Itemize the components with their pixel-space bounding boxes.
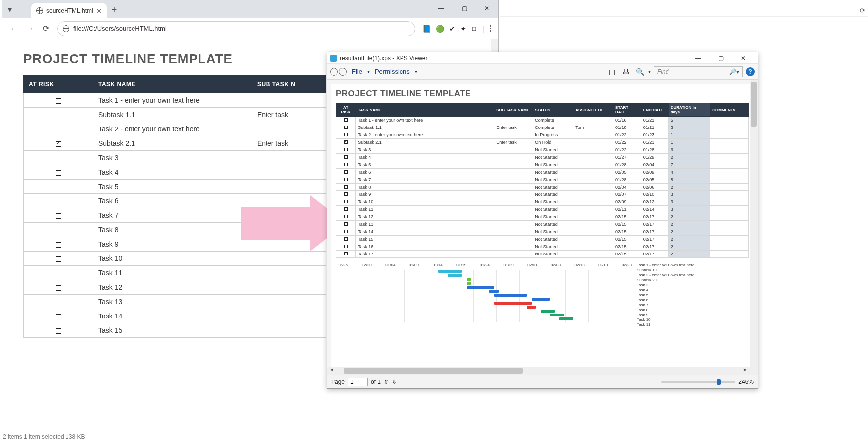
checkbox-icon[interactable] — [56, 213, 61, 219]
checkbox-icon[interactable] — [56, 127, 61, 132]
end-cell: 02/10 — [641, 191, 668, 198]
sub-task-cell — [494, 191, 533, 198]
checkbox-icon[interactable] — [56, 170, 61, 176]
maximize-button[interactable]: ▢ — [453, 0, 475, 16]
gantt-bar — [527, 306, 536, 309]
start-cell: 02/09 — [613, 198, 641, 206]
refresh-icon[interactable]: ⟳ — [860, 7, 865, 14]
comments-cell — [710, 176, 749, 184]
start-cell: 02/15 — [613, 213, 641, 221]
checkbox-icon[interactable] — [56, 314, 61, 319]
ext-icon[interactable]: 🟢 — [436, 25, 444, 33]
search-go-icon[interactable]: 🔎▾ — [729, 68, 739, 75]
gantt-bar — [494, 294, 527, 297]
page-down-icon[interactable]: ⇩ — [392, 379, 397, 385]
page-input[interactable] — [348, 378, 368, 386]
permissions-menu[interactable]: Permissions — [373, 67, 412, 76]
minimize-button[interactable]: — — [686, 50, 709, 66]
maximize-button[interactable]: ▢ — [709, 50, 732, 66]
zoom-slider[interactable] — [661, 381, 735, 383]
close-window-button[interactable]: ✕ — [732, 50, 755, 66]
zoom-icon[interactable]: 🔍 — [634, 66, 645, 77]
gantt-bar — [541, 310, 555, 313]
task-cell: Subtask 1.1 — [356, 124, 494, 131]
ext-icon[interactable]: 📘 — [422, 25, 431, 33]
start-cell: 01/28 — [613, 176, 641, 184]
print-icon[interactable]: 🖶 — [620, 66, 631, 77]
ext-icon[interactable]: ⯐ — [471, 25, 478, 33]
table-row: Task 12 — [24, 280, 326, 295]
checkbox-icon[interactable] — [56, 328, 61, 334]
checkbox-icon[interactable] — [56, 242, 61, 248]
sub-task-cell — [252, 151, 326, 165]
gantt-bar — [467, 286, 494, 289]
binoculars-icon[interactable] — [330, 68, 347, 76]
checkbox-icon[interactable] — [56, 156, 61, 161]
end-cell: 02/14 — [641, 206, 668, 213]
task-cell: Task 10 — [93, 252, 252, 266]
start-cell: 01/18 — [613, 124, 641, 131]
checkbox-icon[interactable] — [56, 300, 61, 305]
ext-icon[interactable]: ✦ — [460, 25, 466, 33]
comments-cell — [710, 139, 749, 146]
assigned-cell — [573, 139, 613, 146]
table-row: Task 5 — [24, 180, 326, 194]
page-up-icon[interactable]: ⇧ — [384, 379, 389, 385]
find-input[interactable]: Find 🔎▾ — [654, 66, 743, 77]
caret-down-icon[interactable]: ▾ — [367, 69, 370, 74]
kebab-menu-icon[interactable] — [490, 25, 491, 32]
tab-dropdown-icon[interactable]: ▾ — [5, 5, 14, 14]
task-cell: Task 6 — [93, 194, 252, 208]
ext-icon[interactable]: ✔ — [449, 25, 455, 33]
task-cell: Task 4 — [93, 165, 252, 180]
checkbox-icon[interactable] — [56, 185, 61, 190]
sub-task-cell — [494, 251, 533, 258]
help-icon[interactable]: ? — [746, 67, 755, 76]
sub-task-cell — [494, 117, 533, 124]
checkbox-icon[interactable] — [56, 113, 61, 118]
assigned-cell — [573, 243, 613, 251]
scroll-right-icon[interactable]: ► — [743, 367, 748, 372]
address-bar[interactable]: file:///C:/Users/sourceHTML.html — [57, 21, 415, 36]
minimize-button[interactable]: — — [430, 0, 453, 16]
new-tab-button[interactable]: + — [112, 5, 117, 15]
vertical-scrollbar[interactable] — [750, 80, 758, 375]
browser-tab[interactable]: sourceHTML.html ✕ — [31, 3, 107, 18]
start-cell: 01/16 — [613, 117, 641, 124]
table-row: Task 5Not Started01/2802/047 — [336, 161, 749, 169]
doc-title: PROJECT TIMELINE TEMPLATE — [336, 89, 749, 99]
checkbox-icon[interactable] — [56, 199, 61, 204]
assigned-cell — [573, 184, 613, 191]
horizontal-scrollbar[interactable]: ◄ ► — [327, 367, 750, 375]
caret-down-icon[interactable]: ▾ — [648, 69, 651, 74]
close-window-button[interactable]: ✕ — [475, 0, 498, 16]
checkbox-icon[interactable] — [56, 228, 61, 233]
gantt-axis: 12/2512/3001/0401/0901/1401/1901/2401/29… — [336, 263, 634, 322]
sub-task-cell: Enter task — [252, 108, 326, 122]
table-row: Task 11Not Started02/1102/143 — [336, 206, 749, 213]
checkbox-icon[interactable] — [56, 256, 61, 262]
file-menu[interactable]: File — [350, 67, 364, 76]
back-button[interactable]: ← — [9, 24, 18, 33]
table-row: Task 9Not Started02/0702/103 — [336, 191, 749, 198]
checkbox-icon[interactable] — [56, 285, 61, 291]
task-cell: Task 12 — [93, 280, 252, 295]
legend-item: Task 1 - enter your own text here — [637, 263, 733, 268]
start-cell: 01/27 — [613, 154, 641, 161]
view-single-icon[interactable]: ▤ — [606, 66, 617, 77]
sub-task-cell — [252, 165, 326, 180]
caret-down-icon[interactable]: ▾ — [415, 69, 417, 74]
close-tab-icon[interactable]: ✕ — [96, 7, 102, 15]
reload-button[interactable]: ⟳ — [41, 24, 50, 33]
checkbox-icon[interactable] — [56, 98, 61, 104]
checkbox-icon[interactable] — [56, 271, 61, 276]
task-cell: Subtask 1.1 — [93, 108, 252, 122]
status-cell: Not Started — [533, 161, 573, 169]
legend-item: Subtask 1.1 — [637, 268, 733, 273]
scroll-left-icon[interactable]: ◄ — [329, 367, 334, 372]
gantt-bar — [467, 278, 471, 281]
checkbox-icon[interactable] — [56, 141, 61, 147]
forward-button[interactable]: → — [25, 24, 34, 33]
duration-cell: 2 — [668, 221, 710, 228]
tick-label: 01/09 — [409, 263, 419, 267]
